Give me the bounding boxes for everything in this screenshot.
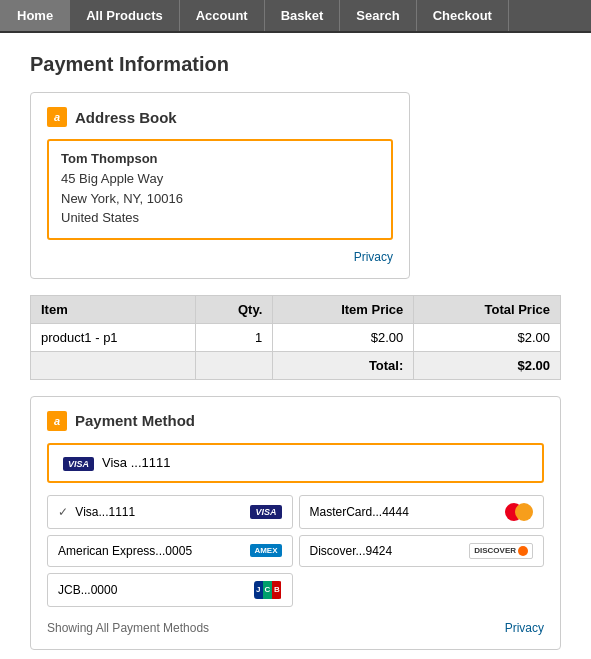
main-nav: Home All Products Account Basket Search … <box>0 0 591 33</box>
payment-option-discover[interactable]: Discover...9424 DISCOVER <box>299 535 545 567</box>
total-label: Total: <box>273 351 414 379</box>
nav-search[interactable]: Search <box>340 0 416 31</box>
selected-payment-label: Visa ...1111 <box>102 455 170 470</box>
amazon-icon: a <box>47 107 67 127</box>
nav-checkout[interactable]: Checkout <box>417 0 509 31</box>
mastercard-logo <box>505 503 533 521</box>
address-name: Tom Thompson <box>61 151 379 166</box>
nav-all-products[interactable]: All Products <box>70 0 180 31</box>
total-value: $2.00 <box>414 351 561 379</box>
order-table: Item Qty. Item Price Total Price product… <box>30 295 561 380</box>
total-empty1 <box>31 351 196 379</box>
address-box[interactable]: Tom Thompson 45 Big Apple Way New York, … <box>47 139 393 240</box>
payment-option-visa-label: ✓ Visa...1111 <box>58 505 135 519</box>
visa-logo: VISA <box>250 505 281 519</box>
address-line1: 45 Big Apple Way <box>61 169 379 189</box>
address-line2: New York, NY, 10016 <box>61 189 379 209</box>
payment-option-amex[interactable]: American Express...0005 AMEX <box>47 535 293 567</box>
col-total-price: Total Price <box>414 295 561 323</box>
address-book-card: a Address Book Tom Thompson 45 Big Apple… <box>30 92 410 279</box>
payment-option-jcb-label: JCB...0000 <box>58 583 117 597</box>
nav-basket[interactable]: Basket <box>265 0 341 31</box>
col-qty: Qty. <box>196 295 273 323</box>
total-row: Total: $2.00 <box>31 351 561 379</box>
showing-all-label: Showing All Payment Methods <box>47 621 209 635</box>
address-book-label: Address Book <box>75 109 177 126</box>
payment-method-title: a Payment Method <box>47 411 544 431</box>
payment-method-label: Payment Method <box>75 412 195 429</box>
selected-visa-logo: VISA <box>63 455 94 471</box>
row-item: product1 - p1 <box>31 323 196 351</box>
payment-option-jcb[interactable]: JCB...0000 J C B <box>47 573 293 607</box>
address-privacy-link[interactable]: Privacy <box>47 250 393 264</box>
payment-option-mastercard[interactable]: MasterCard...4444 <box>299 495 545 529</box>
page-title: Payment Information <box>30 53 561 76</box>
payment-option-discover-label: Discover...9424 <box>310 544 393 558</box>
row-total-price: $2.00 <box>414 323 561 351</box>
payment-options-grid: ✓ Visa...1111 VISA MasterCard...4444 Ame… <box>47 495 544 607</box>
payment-option-mc-label: MasterCard...4444 <box>310 505 409 519</box>
discover-logo: DISCOVER <box>469 543 533 559</box>
col-item-price: Item Price <box>273 295 414 323</box>
total-empty2 <box>196 351 273 379</box>
selected-payment-box[interactable]: VISA Visa ...1111 <box>47 443 544 483</box>
payment-method-card: a Payment Method VISA Visa ...1111 ✓ Vis… <box>30 396 561 650</box>
table-row: product1 - p1 1 $2.00 $2.00 <box>31 323 561 351</box>
amex-logo: AMEX <box>250 544 281 557</box>
payment-option-visa[interactable]: ✓ Visa...1111 VISA <box>47 495 293 529</box>
nav-home[interactable]: Home <box>0 0 70 31</box>
payment-privacy-link[interactable]: Privacy <box>505 621 544 635</box>
row-item-price: $2.00 <box>273 323 414 351</box>
amazon-icon-payment: a <box>47 411 67 431</box>
jcb-logo: J C B <box>254 581 282 599</box>
address-line3: United States <box>61 208 379 228</box>
address-book-title: a Address Book <box>47 107 393 127</box>
payment-footer: Showing All Payment Methods Privacy <box>47 617 544 635</box>
nav-account[interactable]: Account <box>180 0 265 31</box>
col-item: Item <box>31 295 196 323</box>
payment-option-amex-label: American Express...0005 <box>58 544 192 558</box>
row-qty: 1 <box>196 323 273 351</box>
